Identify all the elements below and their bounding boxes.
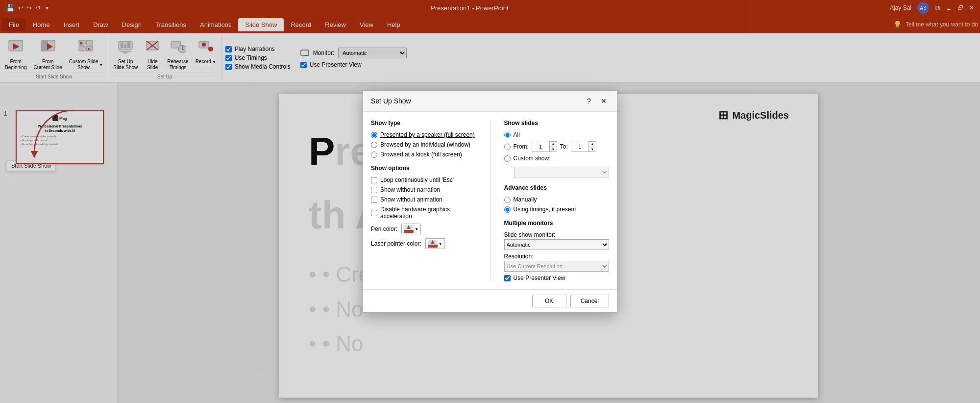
dialog-footer: OK Cancel <box>363 289 617 312</box>
resolution-wrapper: Resolution: Use Current Resolution <box>504 253 610 272</box>
show-type-kiosk-radio[interactable] <box>371 151 377 158</box>
presenter-view-dialog-row: Use Presenter View <box>504 275 610 281</box>
show-options-group: Loop continuously until 'Esc' Show witho… <box>371 176 476 220</box>
show-type-individual-radio[interactable] <box>371 142 377 148</box>
dialog-overlay: Set Up Show ? ✕ Show type Presented by a… <box>0 0 980 403</box>
pen-color-row: Pen color: ▼ <box>371 224 476 234</box>
no-hardware-checkbox[interactable] <box>371 210 377 216</box>
show-slides-all-label: All <box>514 131 520 138</box>
from-spin-btns: ▲ ▼ <box>549 141 557 152</box>
slideshow-monitor-wrapper: Slide show monitor: Automatic <box>504 231 610 250</box>
pen-icon <box>404 225 414 233</box>
show-type-individual-row: Browsed by an individual (window) <box>371 141 476 148</box>
advance-manually-label: Manually <box>514 196 537 203</box>
dialog-title: Set Up Show <box>371 97 411 105</box>
show-type-speaker-label: Presented by a speaker (full screen) <box>380 131 475 138</box>
pen-color-chevron: ▼ <box>415 227 418 231</box>
show-type-label: Show type <box>371 120 476 126</box>
to-spin-up[interactable]: ▲ <box>589 142 596 147</box>
show-slides-from-radio[interactable] <box>504 144 511 150</box>
to-spinbox: ▲ ▼ <box>571 141 596 152</box>
show-slides-from-label: From: <box>514 143 529 150</box>
dialog-help-btn[interactable]: ? <box>584 96 594 106</box>
loop-label: Loop continuously until 'Esc' <box>380 176 454 183</box>
advance-manually-row: Manually <box>504 196 610 203</box>
laser-color-label: Laser pointer color: <box>371 240 421 247</box>
laser-icon <box>428 240 438 248</box>
custom-show-select[interactable] <box>514 167 610 177</box>
custom-show-radio[interactable] <box>504 155 511 162</box>
advance-slides-group: Manually Using timings, if present <box>504 196 610 213</box>
loop-checkbox-row: Loop continuously until 'Esc' <box>371 176 476 183</box>
to-spin-btns: ▲ ▼ <box>588 141 596 152</box>
dialog-divider <box>490 120 490 281</box>
advance-manually-radio[interactable] <box>504 197 511 203</box>
show-type-speaker-row: Presented by a speaker (full screen) <box>371 131 476 138</box>
laser-color-row: Laser pointer color: ▼ <box>371 238 476 249</box>
show-slides-from-row: From: ▲ ▼ To: ▲ <box>504 141 610 152</box>
dialog-body: Show type Presented by a speaker (full s… <box>363 112 617 289</box>
laser-color-btn[interactable]: ▼ <box>425 238 445 249</box>
dialog-close-btn[interactable]: ✕ <box>598 96 609 106</box>
ok-button[interactable]: OK <box>532 295 566 307</box>
no-animation-checkbox[interactable] <box>371 197 377 203</box>
advance-timings-radio[interactable] <box>504 206 511 213</box>
resolution-select[interactable]: Use Current Resolution <box>504 261 610 272</box>
resolution-label: Resolution: <box>504 253 610 260</box>
pen-color-label: Pen color: <box>371 226 397 232</box>
presenter-view-dialog-checkbox[interactable] <box>504 275 511 281</box>
show-slides-label: Show slides <box>504 120 610 126</box>
no-narration-label: Show without narration <box>380 186 440 193</box>
laser-color-chevron: ▼ <box>439 242 442 246</box>
from-spin-down[interactable]: ▼ <box>550 147 557 151</box>
no-hardware-checkbox-row: Disable hardware graphics acceleration <box>371 206 476 220</box>
show-slides-all-row: All <box>504 131 610 138</box>
setup-show-dialog: Set Up Show ? ✕ Show type Presented by a… <box>363 90 617 313</box>
show-options-label: Show options <box>371 165 476 172</box>
show-slides-to-label: To: <box>560 143 568 150</box>
show-slides-all-radio[interactable] <box>504 132 511 138</box>
advance-timings-label: Using timings, if present <box>514 206 576 213</box>
show-type-kiosk-row: Browsed at a kiosk (full screen) <box>371 151 476 158</box>
to-spin-down[interactable]: ▼ <box>589 147 596 151</box>
no-narration-checkbox[interactable] <box>371 187 377 193</box>
pen-color-btn[interactable]: ▼ <box>401 224 421 234</box>
dialog-left-col: Show type Presented by a speaker (full s… <box>371 120 476 281</box>
show-type-individual-label: Browsed by an individual (window) <box>380 141 470 148</box>
svg-rect-34 <box>404 230 414 233</box>
custom-show-row: Custom show: <box>504 155 610 162</box>
svg-rect-37 <box>428 245 438 248</box>
custom-show-label: Custom show: <box>514 155 551 162</box>
from-input[interactable] <box>532 142 549 151</box>
from-spinbox: ▲ ▼ <box>532 141 557 152</box>
multiple-monitors-label: Multiple monitors <box>504 220 610 227</box>
to-input[interactable] <box>571 142 588 151</box>
show-type-speaker-radio[interactable] <box>371 132 377 138</box>
show-slides-group: All From: ▲ ▼ To: <box>504 131 610 177</box>
no-animation-label: Show without animation <box>380 196 442 203</box>
no-narration-checkbox-row: Show without narration <box>371 186 476 193</box>
from-spin-up[interactable]: ▲ <box>550 142 557 147</box>
presenter-view-dialog-label: Use Presenter View <box>514 275 565 281</box>
custom-show-select-wrapper <box>514 165 610 177</box>
loop-checkbox[interactable] <box>371 177 377 183</box>
no-hardware-label: Disable hardware graphics acceleration <box>380 206 476 220</box>
cancel-button[interactable]: Cancel <box>570 295 609 307</box>
slideshow-monitor-label: Slide show monitor: <box>504 231 610 238</box>
dialog-title-btns: ? ✕ <box>584 96 609 106</box>
dialog-title-bar: Set Up Show ? ✕ <box>363 91 617 112</box>
dialog-right-col: Show slides All From: ▲ ▼ <box>504 120 610 281</box>
advance-slides-label: Advance slides <box>504 184 610 191</box>
slideshow-monitor-select[interactable]: Automatic <box>504 239 610 250</box>
show-type-kiosk-label: Browsed at a kiosk (full screen) <box>380 151 462 158</box>
advance-timings-row: Using timings, if present <box>504 206 610 213</box>
show-type-group: Presented by a speaker (full screen) Bro… <box>371 131 476 158</box>
no-animation-checkbox-row: Show without animation <box>371 196 476 203</box>
